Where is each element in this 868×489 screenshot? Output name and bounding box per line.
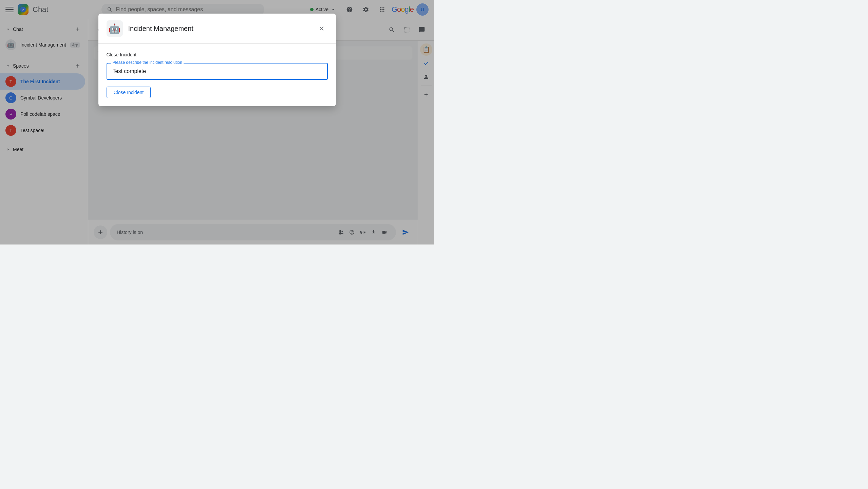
incident-dialog: 🤖 Incident Management Close Incident Ple… bbox=[98, 14, 336, 106]
incident-resolution-field[interactable]: Please describe the incident resolution bbox=[107, 63, 328, 80]
dialog-header: 🤖 Incident Management bbox=[98, 14, 336, 44]
dialog-title: Incident Management bbox=[128, 25, 310, 33]
dialog-overlay[interactable]: 🤖 Incident Management Close Incident Ple… bbox=[0, 0, 434, 244]
dialog-app-icon: 🤖 bbox=[107, 20, 123, 37]
incident-resolution-input[interactable] bbox=[107, 64, 327, 79]
dialog-close-button[interactable] bbox=[316, 22, 328, 35]
form-section-title: Close Incident bbox=[107, 52, 328, 57]
dialog-body: Close Incident Please describe the incid… bbox=[98, 44, 336, 106]
field-label: Please describe the incident resolution bbox=[111, 60, 184, 65]
close-incident-button[interactable]: Close Incident bbox=[107, 87, 151, 98]
